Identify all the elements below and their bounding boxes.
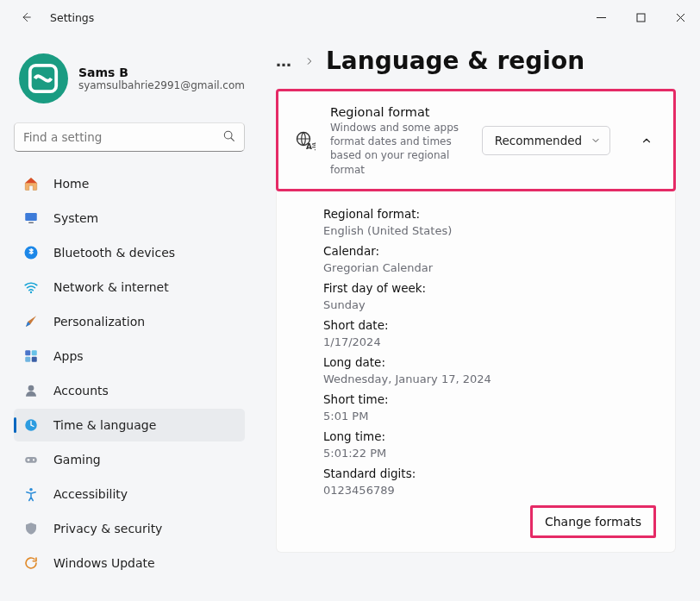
nav-label: Bluetooth & devices [53, 246, 175, 260]
home-icon [22, 175, 40, 192]
regional-format-details: Regional format:English (United States) … [276, 191, 676, 553]
nav-label: Personalization [53, 315, 145, 329]
window-controls [581, 0, 700, 34]
nav-item-time-language[interactable]: Time & language [14, 409, 245, 441]
svg-rect-13 [25, 457, 37, 463]
profile-text: Sams B syamsulbahrie2991@gmail.com [78, 66, 245, 91]
nav-item-home[interactable]: Home [14, 167, 245, 200]
detail-value: English (United States) [323, 224, 659, 237]
back-button[interactable] [16, 7, 36, 28]
gamepad-icon [22, 451, 40, 468]
svg-rect-10 [32, 357, 37, 362]
detail-value: 0123456789 [323, 484, 659, 497]
nav-label: Time & language [53, 418, 156, 432]
detail-value: Sunday [323, 298, 659, 311]
breadcrumb: … Language & region [276, 47, 676, 75]
minimize-icon [597, 13, 606, 22]
nav-label: Accounts [53, 384, 109, 398]
nav-label: Network & internet [53, 280, 169, 294]
detail-value: Wednesday, January 17, 2024 [323, 372, 659, 385]
nav-item-apps[interactable]: Apps [14, 340, 245, 372]
regional-format-card[interactable]: A字 Regional format Windows and some apps… [276, 89, 676, 191]
detail-key: Standard digits: [323, 466, 659, 480]
system-icon [22, 210, 40, 227]
nav-item-personalization[interactable]: Personalization [14, 305, 245, 338]
nav-item-bluetooth[interactable]: Bluetooth & devices [14, 236, 245, 269]
search-input[interactable] [14, 122, 245, 152]
nav-list: Home System Bluetooth & devices Network … [14, 167, 245, 579]
nav-label: Accessibility [53, 487, 128, 501]
search-wrap [14, 122, 245, 152]
svg-point-14 [33, 459, 34, 460]
page-title: Language & region [326, 47, 584, 75]
card-text: Regional format Windows and some apps fo… [330, 105, 468, 177]
maximize-icon [636, 13, 646, 22]
apps-icon [22, 347, 40, 365]
svg-rect-9 [25, 357, 30, 362]
update-icon [22, 554, 40, 572]
profile-block[interactable]: Sams B syamsulbahrie2991@gmail.com [19, 53, 245, 103]
card-subtitle: Windows and some apps format dates and t… [330, 121, 468, 177]
nav-item-privacy[interactable]: Privacy & security [14, 512, 245, 545]
detail-row: Long time:5:01:22 PM [323, 429, 659, 460]
svg-text:A字: A字 [306, 142, 316, 151]
dropdown-value: Recommended [495, 134, 582, 147]
sidebar: Sams B syamsulbahrie2991@gmail.com Home … [0, 34, 259, 601]
nav-label: Home [53, 177, 89, 191]
change-formats-button[interactable]: Change formats [530, 505, 656, 538]
detail-row: Short time:5:01 PM [323, 392, 659, 423]
main-content: … Language & region A字 Regional format W… [259, 34, 700, 601]
svg-rect-3 [25, 213, 37, 221]
svg-rect-8 [32, 350, 37, 355]
detail-row: Standard digits:0123456789 [323, 466, 659, 497]
svg-point-6 [30, 291, 32, 293]
svg-rect-0 [637, 14, 645, 22]
svg-rect-7 [25, 350, 30, 355]
svg-point-11 [28, 385, 34, 391]
detail-row: Long date:Wednesday, January 17, 2024 [323, 355, 659, 385]
detail-value: 1/17/2024 [323, 335, 659, 348]
detail-row: Regional format:English (United States) [323, 207, 659, 237]
detail-value: 5:01:22 PM [323, 447, 659, 460]
detail-key: Long time: [323, 429, 659, 443]
collapse-button[interactable] [634, 127, 658, 154]
nav-item-accessibility[interactable]: Accessibility [14, 478, 245, 510]
nav-item-network[interactable]: Network & internet [14, 271, 245, 304]
brush-icon [22, 313, 40, 330]
nav-item-windows-update[interactable]: Windows Update [14, 547, 245, 579]
nav-label: Apps [53, 349, 84, 363]
detail-value: 5:01 PM [323, 410, 659, 423]
avatar-pattern-icon [27, 62, 59, 95]
minimize-button[interactable] [581, 0, 621, 34]
svg-point-15 [29, 488, 33, 491]
nav-item-system[interactable]: System [14, 202, 245, 235]
detail-key: Calendar: [323, 244, 659, 258]
card-title: Regional format [330, 105, 468, 119]
nav-item-accounts[interactable]: Accounts [14, 374, 245, 407]
window-title: Settings [50, 11, 94, 24]
nav-label: Gaming [53, 453, 101, 466]
bluetooth-icon [22, 244, 40, 261]
avatar [19, 53, 68, 103]
nav-label: Windows Update [53, 556, 155, 570]
close-button[interactable] [660, 0, 700, 34]
nav-item-gaming[interactable]: Gaming [14, 443, 245, 476]
wifi-icon [22, 279, 40, 296]
detail-key: Short time: [323, 392, 659, 406]
maximize-button[interactable] [621, 0, 660, 34]
shield-icon [22, 520, 40, 537]
nav-label: Privacy & security [53, 522, 162, 535]
accessibility-icon [22, 485, 40, 503]
svg-rect-4 [28, 222, 34, 224]
regional-format-dropdown[interactable]: Recommended [482, 126, 610, 155]
chevron-up-icon [641, 135, 653, 147]
detail-row: Short date:1/17/2024 [323, 318, 659, 348]
detail-value: Gregorian Calendar [323, 261, 659, 274]
chevron-right-icon [305, 55, 314, 67]
title-bar: Settings [0, 0, 700, 34]
detail-row: First day of week:Sunday [323, 281, 659, 311]
breadcrumb-more-button[interactable]: … [276, 52, 293, 70]
detail-key: Long date: [323, 355, 659, 369]
detail-row: Calendar:Gregorian Calendar [323, 244, 659, 274]
detail-key: Short date: [323, 318, 659, 332]
